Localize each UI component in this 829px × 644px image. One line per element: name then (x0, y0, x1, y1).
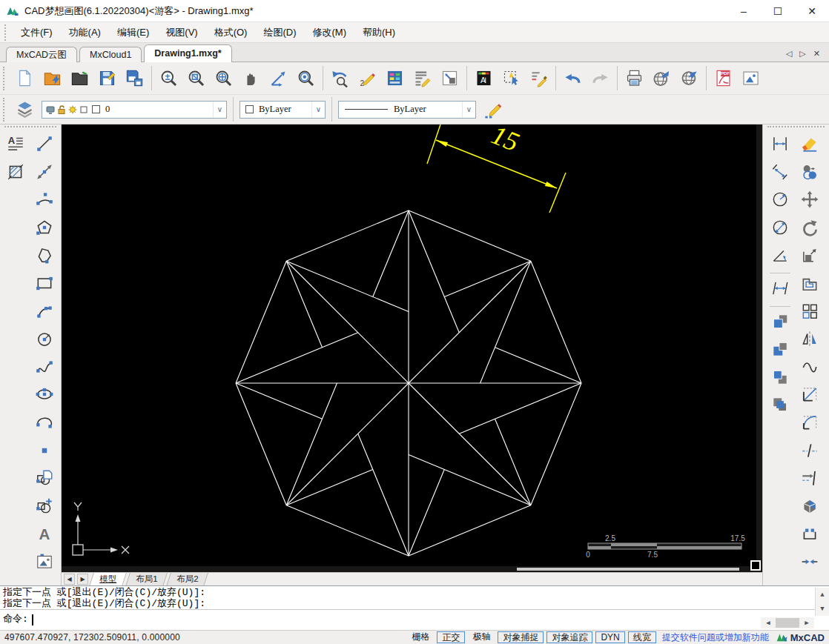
mirror-button[interactable] (798, 327, 822, 351)
zoom-window-button[interactable] (182, 64, 210, 92)
open-web-button[interactable] (676, 64, 703, 92)
menu-文件F[interactable]: 文件(F) (13, 23, 61, 42)
erase-button[interactable] (798, 132, 822, 156)
doc-tab-MxCloud1[interactable]: MxCloud1 (79, 47, 142, 62)
canvas-horizontal-scrollbar[interactable] (62, 566, 762, 572)
toggle-极轴[interactable]: 极轴 (468, 631, 495, 643)
close-button[interactable]: ✕ (795, 0, 829, 22)
ellipse-button[interactable] (33, 382, 56, 406)
menu-修改M[interactable]: 修改(M) (304, 23, 354, 42)
feedback-link[interactable]: 提交软件问题或增加新功能 (662, 631, 769, 644)
layer-select[interactable]: 0 ∨ (42, 101, 227, 119)
doc-tab-Drawing1.mxg*[interactable]: Drawing1.mxg* (144, 44, 231, 62)
dim-edit-button[interactable] (768, 276, 792, 300)
layout-prev-icon[interactable]: ◀ (64, 574, 75, 585)
chevron-down-icon[interactable]: ∨ (462, 102, 475, 118)
draworder-above-button[interactable] (768, 365, 792, 389)
draworder-under-button[interactable] (768, 393, 792, 416)
menu-格式O[interactable]: 格式(O) (206, 23, 256, 42)
menu-功能A[interactable]: 功能(A) (61, 23, 109, 42)
insert-image-button[interactable] (33, 550, 56, 574)
dim-aligned-button[interactable] (768, 160, 792, 184)
copy-button[interactable] (798, 160, 822, 184)
drawing-canvas[interactable]: 152.517.507.5 (62, 125, 762, 572)
dim-radius-button[interactable] (768, 187, 792, 211)
zoom-previous-button[interactable] (326, 64, 354, 92)
publish-web-button[interactable] (648, 64, 676, 92)
dim-linear-button[interactable] (768, 132, 792, 156)
linetype-select[interactable]: ByLayer ∨ (338, 101, 476, 119)
construction-line-button[interactable] (33, 160, 56, 184)
command-horizontal-scrollbar[interactable]: ◀ ▶ (761, 617, 814, 628)
open-cloud-drawing-button[interactable] (39, 64, 66, 92)
scroll-down-icon[interactable]: ▼ (816, 602, 829, 616)
tab-scroll-right-icon[interactable]: ▷ (799, 49, 805, 59)
menu-帮助H[interactable]: 帮助(H) (354, 23, 403, 42)
color-palette-button[interactable] (381, 64, 409, 92)
scroll-up-icon[interactable]: ▲ (816, 588, 829, 602)
toggle-对象追踪[interactable]: 对象追踪 (546, 631, 592, 643)
quick-draw-button[interactable]: 2 (354, 64, 381, 92)
export-pdf-button[interactable]: PDF (710, 64, 737, 92)
menu-视图V[interactable]: 视图(V) (157, 23, 205, 42)
explode-button[interactable] (798, 494, 822, 518)
layout-next-icon[interactable]: ▶ (77, 574, 88, 585)
curve-button[interactable] (798, 355, 822, 379)
scroll-left-icon[interactable]: ◀ (761, 617, 776, 628)
toggle-正交[interactable]: 正交 (437, 631, 465, 643)
tab-close-icon[interactable]: ✕ (813, 49, 820, 59)
chevron-down-icon[interactable]: ∨ (311, 102, 325, 118)
layout-tab-布局1[interactable]: 布局1 (125, 573, 168, 586)
stretch-button[interactable] (798, 522, 822, 545)
chamfer-button[interactable] (798, 382, 822, 406)
toggle-线宽[interactable]: 线宽 (628, 631, 656, 643)
new-drawing-button[interactable] (11, 64, 39, 92)
ellipse-arc-button[interactable] (33, 411, 56, 434)
toggle-DYN[interactable]: DYN (595, 631, 624, 643)
dim-angular-button[interactable] (768, 243, 792, 267)
zoom-extents-button[interactable] (210, 64, 237, 92)
layers-button[interactable] (11, 96, 39, 123)
save-as-button[interactable] (121, 64, 148, 92)
pan-button[interactable] (237, 64, 265, 92)
maximize-button[interactable]: ☐ (761, 0, 795, 22)
redo-button[interactable] (587, 64, 614, 92)
create-block-button[interactable] (33, 494, 56, 518)
save-button[interactable] (93, 64, 121, 92)
point-button[interactable] (33, 439, 56, 462)
scroll-right-icon[interactable]: ▶ (799, 617, 814, 628)
rotate-button[interactable] (798, 216, 822, 239)
command-window[interactable]: 指定下一点 或[退出(E)/闭合(C)/放弃(U)]:指定下一点 或[退出(E)… (0, 585, 829, 630)
draworder-back-button[interactable] (768, 337, 792, 361)
match-properties-button[interactable] (525, 64, 552, 92)
quick-select-button[interactable] (498, 64, 525, 92)
layout-tab-布局2[interactable]: 布局2 (166, 573, 208, 586)
break-button[interactable] (798, 439, 822, 462)
toggle-对象捕捉[interactable]: 对象捕捉 (498, 631, 544, 643)
edit-linetype-button[interactable] (479, 96, 506, 123)
spline-button[interactable] (33, 355, 56, 379)
move-button[interactable] (798, 187, 822, 211)
insert-block-button[interactable] (33, 466, 56, 490)
scrollbar-thumb[interactable] (776, 618, 799, 628)
polygon-button[interactable] (33, 216, 56, 239)
fillet-button[interactable] (798, 411, 822, 434)
color-select[interactable]: ByLayer ∨ (240, 101, 326, 119)
draworder-front-button[interactable] (768, 310, 792, 333)
array-button[interactable] (798, 299, 822, 323)
open-drawing-button[interactable] (66, 64, 93, 92)
doc-tab-MxCAD云图[interactable]: MxCAD云图 (6, 47, 77, 62)
undo-button[interactable] (559, 64, 587, 92)
chevron-down-icon[interactable]: ∨ (213, 102, 226, 118)
scrollbar-thumb[interactable] (517, 568, 739, 571)
hatch-button[interactable] (4, 160, 27, 184)
polyline-button[interactable] (33, 243, 56, 267)
tab-scroll-left-icon[interactable]: ◁ (786, 49, 792, 59)
command-vertical-scrollbar[interactable]: ▲ ▼ (815, 588, 829, 616)
join-button[interactable] (798, 550, 822, 574)
text-format-button[interactable]: A (4, 132, 27, 156)
circle-button[interactable] (33, 327, 56, 351)
offset-button[interactable] (798, 271, 822, 295)
minimize-button[interactable]: – (727, 0, 761, 22)
text-style-button[interactable] (409, 64, 436, 92)
